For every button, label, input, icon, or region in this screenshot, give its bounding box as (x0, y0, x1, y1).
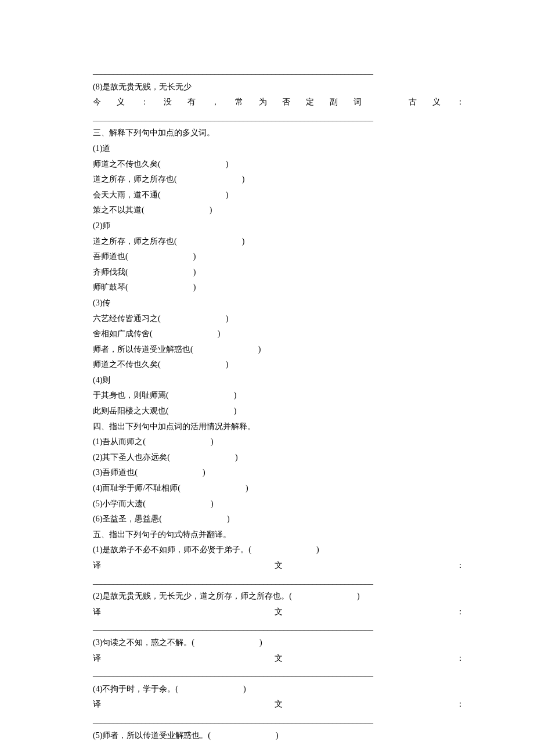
item-8-title: (8)是故无贵无贱，无长无少 (93, 80, 464, 95)
s4-line: (4)而耻学于师/不耻相师( ) (93, 481, 464, 496)
s5-q5-line: (5)师者，所以传道受业解惑也。( ) (93, 728, 464, 744)
wen: 文 (275, 651, 283, 667)
q4-line: 于其身也，则耻师焉( ) (93, 388, 464, 404)
q3-line: 师者，所以传道受业解惑也( ) (93, 342, 464, 358)
q1-line: 会天大雨，道不通( ) (93, 188, 464, 203)
section-4-header: 四、指出下列句中加点词的活用情况并解释。 (93, 419, 464, 435)
q1-line: 策之不以其道( ) (93, 203, 464, 218)
s5-q4-line: (4)不拘于时，学于余。( ) (93, 682, 464, 697)
t: 有 (187, 95, 196, 110)
s4-line: (5)小学而大遗( ) (93, 496, 464, 512)
rule-line: ________________________________________… (93, 712, 464, 728)
translation-label: 译 文 ： (93, 697, 464, 712)
yi: 译 (93, 697, 101, 712)
translation-label: 译 文 ： (93, 604, 464, 620)
rule-line: ________________________________________… (93, 64, 464, 80)
rule-line: ________________________________________… (93, 666, 464, 682)
colon: ： (456, 604, 464, 620)
wen: 文 (275, 697, 283, 712)
q2-line: 道之所存，师之所存也( ) (93, 234, 464, 250)
q3-line: 舍相如广成传舍( ) (93, 326, 464, 342)
yi: 译 (93, 604, 101, 620)
t: ： (456, 95, 464, 110)
t: 副 (330, 95, 338, 110)
q3-line: 六艺经传皆通习之( ) (93, 311, 464, 327)
t: 义 (432, 95, 441, 110)
rule-line: ________________________________________… (93, 574, 464, 589)
s4-line: (6)圣益圣，愚益愚( ) (93, 512, 464, 527)
wen: 文 (275, 558, 283, 574)
yi: 译 (93, 651, 101, 667)
q1-label: (1)道 (93, 141, 464, 157)
q1-line: 师道之不传也久矣( ) (93, 157, 464, 172)
translation-label: 译 文 ： (93, 558, 464, 574)
t: 常 (235, 95, 243, 110)
colon: ： (456, 651, 464, 667)
q2-line: 齐师伐我( ) (93, 265, 464, 280)
q4-line: 此则岳阳楼之大观也( ) (93, 404, 464, 419)
q3-label: (3)传 (93, 296, 464, 311)
t: 古 (409, 95, 417, 110)
colon: ： (456, 558, 464, 574)
q2-label: (2)师 (93, 218, 464, 234)
q4-label: (4)则 (93, 373, 464, 388)
t: 词 (353, 95, 362, 110)
yi: 译 (93, 558, 101, 574)
s5-q1-line: (1)是故弟子不必不如师，师不必贤于弟子。( ) (93, 542, 464, 558)
section-3-header: 三、解释下列句中加点的多义词。 (93, 125, 464, 141)
rule-line: ________________________________________… (93, 110, 464, 126)
gap (377, 95, 394, 110)
t: 否 (282, 95, 290, 110)
q2-line: 吾师道也( ) (93, 249, 464, 265)
q1-line: 道之所存，师之所存也( ) (93, 172, 464, 188)
q3-line: 师道之不传也久矣( ) (93, 357, 464, 373)
t: 定 (306, 95, 314, 110)
t: 没 (164, 95, 172, 110)
s4-line: (2)其下圣人也亦远矣( ) (93, 450, 464, 466)
rule-line: ________________________________________… (93, 620, 464, 635)
t: 今 (93, 95, 101, 110)
colon: ： (456, 697, 464, 712)
t: 为 (259, 95, 267, 110)
t: 义 (117, 95, 125, 110)
s4-line: (1)吾从而师之( ) (93, 434, 464, 450)
t: ： (140, 95, 149, 110)
translation-label: 译 文 ： (93, 651, 464, 667)
t: ， (211, 95, 219, 110)
s4-line: (3)吾师道也( ) (93, 465, 464, 481)
item-8-note: 今 义 ： 没 有 ， 常 为 否 定 副 词 古 义 ： (93, 95, 464, 110)
wen: 文 (275, 604, 283, 620)
s5-q2-line: (2)是故无贵无贱，无长无少，道之所存，师之所存也。( ) (93, 589, 464, 604)
s5-q3-line: (3)句读之不知，惑之不解。( ) (93, 635, 464, 651)
q2-line: 师旷鼓琴( ) (93, 280, 464, 296)
section-5-header: 五、指出下列句子的句式特点并翻译。 (93, 527, 464, 543)
